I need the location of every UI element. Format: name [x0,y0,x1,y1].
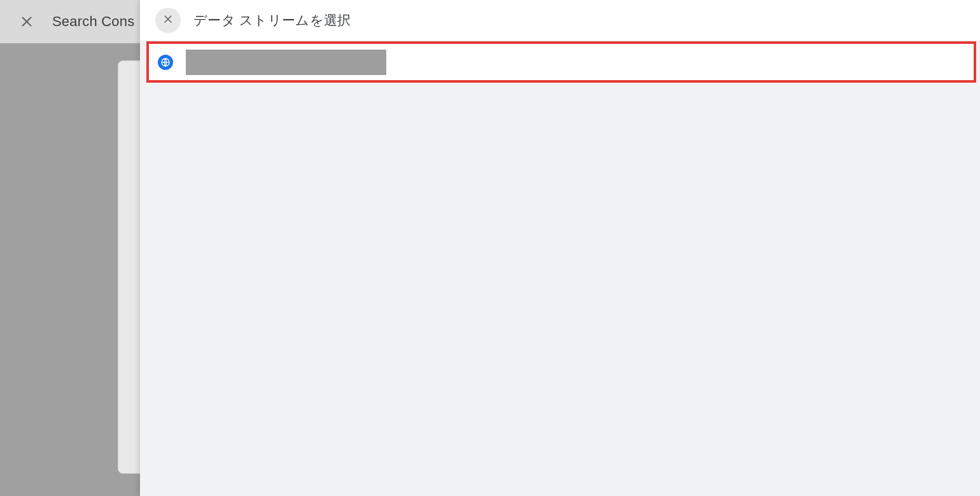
data-stream-row[interactable] [146,41,976,83]
panel-title: データ ストリームを選択 [193,11,351,29]
close-icon[interactable] [19,14,34,29]
background-title: Search Cons [52,13,134,30]
close-icon [162,13,174,27]
close-button[interactable] [155,8,181,33]
web-icon [158,55,173,70]
stream-name-redacted [186,50,386,75]
data-stream-panel: データ ストリームを選択 [140,0,980,496]
panel-header: データ ストリームを選択 [140,0,980,41]
